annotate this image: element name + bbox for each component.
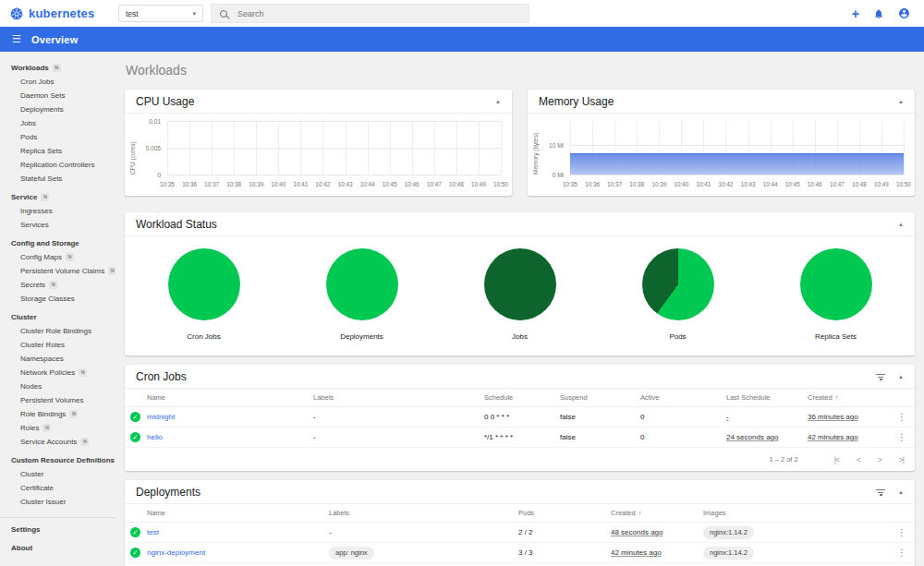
sidebar-item-label: Roles	[20, 424, 39, 432]
table-cell: 24 seconds ago	[726, 433, 808, 441]
sidebar-item-cluster-role-bindings[interactable]: Cluster Role Bindings	[0, 324, 116, 338]
workload-pie-jobs: Jobs	[441, 248, 599, 341]
table-cell: 0 0 * * *	[484, 413, 560, 421]
sidebar-item-secrets[interactable]: SecretsN	[0, 278, 116, 292]
pagination-last-page-button[interactable]: >|	[899, 455, 904, 464]
column-header-labels[interactable]: Labels	[329, 509, 518, 517]
table-cell: 0	[640, 433, 726, 441]
sidebar-nav: WorkloadsNCron JobsDaemon SetsDeployment…	[0, 52, 116, 566]
column-header-name[interactable]: Name	[147, 509, 329, 517]
sidebar-item-pods[interactable]: Pods	[0, 130, 116, 144]
column-header-labels[interactable]: Labels	[313, 393, 484, 402]
sidebar-item-cluster[interactable]: Cluster	[0, 310, 116, 324]
status-cell: ✓	[130, 432, 147, 442]
main-content: Workloads CPU Usage ▲ CPU (cores) 0.010.…	[116, 52, 924, 566]
sidebar-item-label: Daemon Sets	[20, 91, 65, 100]
y-axis-tick-label: 0.01	[149, 118, 161, 125]
sidebar-item-label: Persistent Volume Claims	[20, 267, 104, 275]
workload-status-card: Workload Status ▲ Cron JobsDeploymentsJo…	[125, 212, 915, 355]
column-header-images[interactable]: Images	[703, 509, 883, 517]
column-header-active[interactable]: Active	[640, 393, 726, 402]
column-header-schedule[interactable]: Schedule	[484, 393, 560, 402]
search-bar[interactable]	[211, 4, 529, 23]
sidebar-item-service[interactable]: ServiceN	[0, 190, 116, 204]
sidebar-item-nodes[interactable]: Nodes	[0, 379, 116, 393]
x-axis-tick-label: 10:47	[830, 181, 845, 187]
row-actions-menu-button[interactable]: ⋮	[894, 527, 909, 537]
resource-link[interactable]: test	[147, 528, 159, 536]
sidebar-item-services[interactable]: Services	[0, 218, 116, 232]
column-header-pods[interactable]: Pods	[518, 509, 611, 517]
sidebar-item-jobs[interactable]: Jobs	[0, 116, 116, 130]
create-resource-plus-button[interactable]: +	[852, 7, 859, 20]
kubernetes-logo[interactable]: kubernetes	[0, 6, 109, 21]
sidebar-item-role-bindings[interactable]: Role BindingsN	[0, 407, 116, 421]
sidebar-item-service-accounts[interactable]: Service AccountsN	[0, 435, 116, 449]
table-cell: 2 / 2	[518, 528, 611, 536]
sidebar-item-ingresses[interactable]: Ingresses	[0, 204, 116, 218]
sidebar-item-config-maps[interactable]: Config MapsN	[0, 250, 116, 264]
column-header-created[interactable]: Created↑	[611, 509, 703, 517]
column-header-created[interactable]: Created↑	[808, 393, 883, 402]
sidebar-item-cron-jobs[interactable]: Cron Jobs	[0, 75, 116, 89]
notifications-bell-button[interactable]	[873, 8, 884, 19]
pagination-next-page-button[interactable]: >	[878, 455, 881, 464]
sidebar-item-certificate[interactable]: Certificate	[0, 481, 116, 495]
resource-link[interactable]: midnight	[147, 413, 175, 421]
sidebar-item-replica-sets[interactable]: Replica Sets	[0, 144, 116, 158]
chevron-up-icon[interactable]: ▲	[887, 99, 904, 104]
x-axis-tick-label: 10:38	[226, 181, 241, 187]
sidebar-item-stateful-sets[interactable]: Stateful Sets	[0, 172, 116, 186]
sidebar-item-persistent-volume-claims[interactable]: Persistent Volume ClaimsN	[0, 264, 116, 278]
table-cell: -	[313, 433, 484, 441]
sidebar-item-label: About	[11, 544, 32, 552]
sidebar-item-cluster-issuer[interactable]: Cluster Issuer	[0, 495, 116, 509]
sidebar-item-about[interactable]: About	[0, 541, 116, 555]
sidebar-item-workloads[interactable]: WorkloadsN	[0, 61, 116, 75]
sidebar-item-label: Replica Sets	[20, 147, 62, 155]
sidebar-item-config-and-storage[interactable]: Config and Storage	[0, 236, 116, 250]
table-pagination: 1 – 2 of 2 |< < > >|	[125, 448, 915, 471]
sidebar-item-label: Service Accounts	[20, 438, 77, 446]
sidebar-item-deployments[interactable]: Deployments	[0, 102, 116, 116]
row-actions-menu-button[interactable]: ⋮	[894, 548, 909, 558]
x-axis-tick-label: 10:42	[316, 181, 331, 187]
vertical-gridline	[346, 121, 346, 175]
sidebar-item-cluster[interactable]: Cluster	[0, 467, 116, 481]
sidebar-item-namespaces[interactable]: Namespaces	[0, 352, 116, 366]
sidebar-item-replication-controllers[interactable]: Replication Controllers	[0, 158, 116, 172]
column-header-name[interactable]: Name	[147, 393, 313, 402]
resource-link[interactable]: hello	[147, 433, 163, 441]
card-title: Memory Usage	[539, 95, 887, 108]
sidebar-item-storage-classes[interactable]: Storage Classes	[0, 292, 116, 306]
table-cell: hello	[147, 433, 313, 441]
table-header-row: NameLabelsPodsCreated↑Images	[125, 504, 915, 523]
table-body: ✓midnight-0 0 * * *false0-36 minutes ago…	[125, 407, 915, 448]
chevron-up-icon[interactable]: ▲	[887, 489, 904, 495]
sidebar-item-daemon-sets[interactable]: Daemon Sets	[0, 89, 116, 102]
filter-icon[interactable]	[874, 370, 887, 381]
search-input[interactable]	[236, 8, 520, 19]
resource-link[interactable]: nginx-deployment	[147, 548, 205, 557]
sidebar-item-cluster-roles[interactable]: Cluster Roles	[0, 338, 116, 352]
chevron-up-icon[interactable]: ▲	[484, 99, 501, 104]
menu-icon[interactable]: ☰	[0, 33, 31, 45]
column-header-suspend[interactable]: Suspend	[560, 393, 640, 402]
filter-icon[interactable]	[874, 486, 887, 497]
vertical-gridline	[167, 121, 168, 175]
namespace-select[interactable]: test ▾	[118, 5, 203, 22]
y-axis-tick-label: 0 Mi	[553, 172, 564, 178]
chevron-up-icon[interactable]: ▲	[887, 374, 904, 379]
row-actions-menu-button[interactable]: ⋮	[894, 412, 909, 422]
sidebar-item-persistent-volumes[interactable]: Persistent Volumes	[0, 393, 116, 407]
sidebar-item-network-policies[interactable]: Network PoliciesN	[0, 366, 116, 379]
row-actions-menu-button[interactable]: ⋮	[894, 432, 909, 442]
user-profile-button[interactable]	[898, 7, 910, 19]
pagination-first-page-button[interactable]: |<	[834, 455, 839, 464]
chevron-up-icon[interactable]: ▲	[887, 222, 904, 227]
sidebar-item-roles[interactable]: RolesN	[0, 421, 116, 435]
pagination-previous-page-button[interactable]: <	[857, 455, 860, 464]
sidebar-item-custom-resource-definitions[interactable]: Custom Resource Definitions	[0, 453, 116, 467]
sidebar-item-settings[interactable]: Settings	[0, 523, 116, 536]
column-header-last-schedule[interactable]: Last Schedule	[726, 393, 808, 402]
